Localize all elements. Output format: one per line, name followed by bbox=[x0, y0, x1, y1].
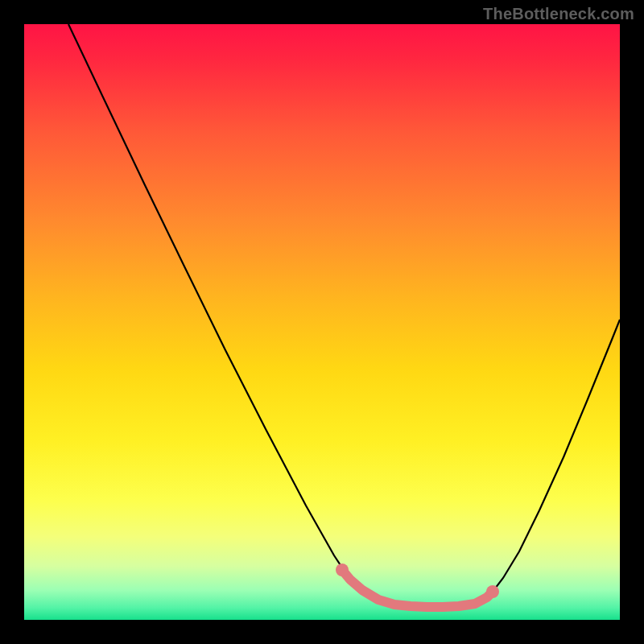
bottom-marker-line bbox=[342, 570, 493, 607]
curve-layer bbox=[24, 24, 620, 620]
plot-area bbox=[24, 24, 620, 620]
marker-left-end bbox=[336, 564, 349, 576]
right-curve bbox=[451, 320, 620, 607]
chart-frame: TheBottleneck.com bbox=[0, 0, 644, 644]
marker-right-end bbox=[486, 585, 499, 598]
attribution-text: TheBottleneck.com bbox=[483, 5, 634, 23]
left-curve bbox=[68, 24, 451, 607]
